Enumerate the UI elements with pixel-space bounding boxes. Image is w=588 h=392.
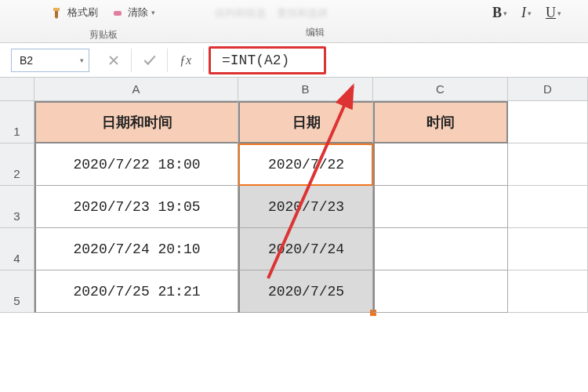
formula-bar: B2 ▾ ƒx =INT(A2) bbox=[0, 43, 588, 78]
cell-d1[interactable] bbox=[508, 101, 588, 143]
hidden-btn-1[interactable]: 排列和筛选 bbox=[215, 6, 266, 20]
cell-b4[interactable]: 2020/7/24 bbox=[238, 228, 373, 270]
fx-icon: ƒx bbox=[180, 53, 191, 67]
clipboard-label: 剪贴板 bbox=[82, 27, 125, 43]
clear-label: 清除 bbox=[128, 5, 148, 20]
col-a[interactable]: A bbox=[34, 78, 238, 100]
col-d[interactable]: D bbox=[508, 78, 588, 100]
cell-c1[interactable]: 时间 bbox=[373, 101, 508, 143]
cell-d2[interactable] bbox=[508, 143, 588, 186]
cell-a3[interactable]: 2020/7/23 19:05 bbox=[34, 186, 238, 228]
cell-b5[interactable]: 2020/7/25 bbox=[238, 270, 373, 313]
column-headers: A B C D bbox=[0, 78, 588, 101]
cell-a4[interactable]: 2020/7/24 20:10 bbox=[34, 228, 238, 270]
format-painter-button[interactable]: 格式刷 bbox=[47, 4, 103, 21]
row-header-1[interactable]: 1 bbox=[0, 101, 34, 143]
select-all[interactable] bbox=[0, 78, 34, 100]
bold-button[interactable]: B▾ bbox=[489, 3, 510, 23]
cell-a5[interactable]: 2020/7/25 21:21 bbox=[34, 270, 238, 313]
col-c[interactable]: C bbox=[373, 78, 508, 100]
italic-label: I bbox=[521, 5, 526, 21]
cell-a1[interactable]: 日期和时间 bbox=[34, 101, 238, 143]
brush-icon bbox=[52, 6, 64, 19]
name-box-value: B2 bbox=[20, 54, 33, 67]
eraser-icon bbox=[112, 6, 125, 19]
enter-button[interactable] bbox=[132, 49, 168, 72]
name-box[interactable]: B2 ▾ bbox=[11, 49, 89, 72]
clear-button[interactable]: 清除 ▾ bbox=[107, 4, 160, 21]
edit-group-label: 编辑 bbox=[298, 24, 332, 41]
row-4: 4 2020/7/24 20:10 2020/7/24 bbox=[0, 228, 588, 270]
cell-c5[interactable] bbox=[373, 270, 508, 313]
sheet: A B C D 1 日期和时间 日期 时间 2 2020/7/22 18:00 … bbox=[0, 78, 588, 313]
cell-d5[interactable] bbox=[508, 270, 588, 313]
row-header-3[interactable]: 3 bbox=[0, 186, 34, 228]
format-painter-label: 格式刷 bbox=[67, 5, 98, 20]
row-2: 2 2020/7/22 18:00 2020/7/22 bbox=[0, 143, 588, 186]
row-1: 1 日期和时间 日期 时间 bbox=[0, 101, 588, 143]
cell-d3[interactable] bbox=[508, 186, 588, 228]
cell-c4[interactable] bbox=[373, 228, 508, 270]
italic-button[interactable]: I▾ bbox=[518, 3, 535, 23]
edit-group-truncated: 排列和筛选 查找和选择 bbox=[215, 6, 328, 20]
underline-label: U bbox=[546, 5, 556, 21]
hidden-btn-2[interactable]: 查找和选择 bbox=[277, 6, 328, 20]
svg-rect-0 bbox=[114, 11, 122, 16]
cancel-button[interactable] bbox=[96, 49, 132, 72]
check-icon bbox=[143, 53, 157, 67]
row-header-2[interactable]: 2 bbox=[0, 143, 34, 186]
formula-input[interactable]: =INT(A2) bbox=[209, 46, 326, 74]
cell-b2[interactable]: 2020/7/22 bbox=[238, 143, 373, 186]
cell-b3[interactable]: 2020/7/23 bbox=[238, 186, 373, 228]
cell-d4[interactable] bbox=[508, 228, 588, 270]
bold-label: B bbox=[492, 5, 502, 21]
row-header-5[interactable]: 5 bbox=[0, 270, 34, 313]
x-icon bbox=[107, 54, 120, 67]
row-3: 3 2020/7/23 19:05 2020/7/23 bbox=[0, 186, 588, 228]
caret-down-icon: ▾ bbox=[151, 9, 155, 16]
underline-button[interactable]: U▾ bbox=[543, 3, 564, 23]
formula-text: =INT(A2) bbox=[222, 53, 289, 68]
font-style-group: B▾ I▾ U▾ bbox=[489, 3, 564, 23]
cell-b1[interactable]: 日期 bbox=[238, 101, 373, 143]
row-header-4[interactable]: 4 bbox=[0, 228, 34, 270]
col-b[interactable]: B bbox=[238, 78, 373, 100]
fx-button[interactable]: ƒx bbox=[168, 49, 204, 72]
cell-a2[interactable]: 2020/7/22 18:00 bbox=[34, 143, 238, 186]
cell-b5-value: 2020/7/25 bbox=[268, 284, 344, 299]
row-5: 5 2020/7/25 21:21 2020/7/25 bbox=[0, 270, 588, 313]
clipboard-group: 格式刷 清除 ▾ 剪贴板 bbox=[47, 0, 160, 43]
cell-c2[interactable] bbox=[373, 143, 508, 186]
cell-c3[interactable] bbox=[373, 186, 508, 228]
ribbon: 格式刷 清除 ▾ 剪贴板 排列和筛选 查找和选择 编辑 B▾ I▾ U▾ bbox=[0, 0, 588, 43]
chevron-down-icon: ▾ bbox=[80, 56, 84, 64]
